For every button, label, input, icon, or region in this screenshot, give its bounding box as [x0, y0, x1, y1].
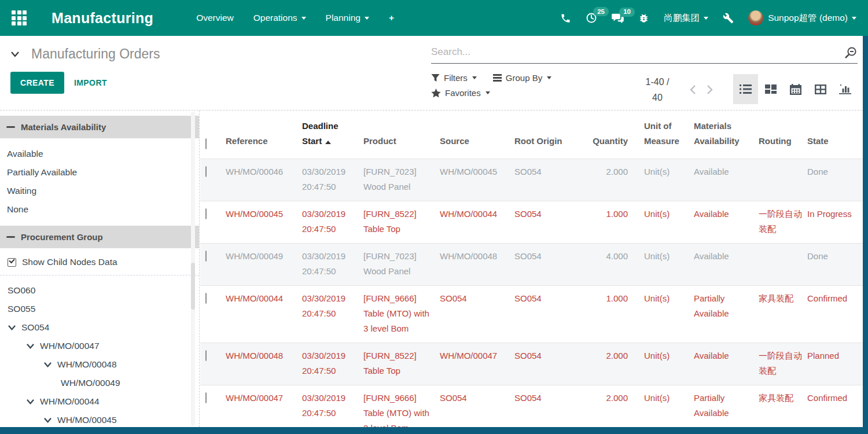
tree-item-wh-mo-00044[interactable]: WH/MO/00044: [0, 392, 199, 411]
group-by-menu[interactable]: Group By: [493, 73, 551, 83]
graph-view-icon: [839, 84, 851, 94]
column-header-deadline-start[interactable]: Deadline Start: [302, 119, 363, 149]
pager-previous-button[interactable]: [685, 82, 701, 99]
import-button[interactable]: IMPORT: [74, 78, 107, 87]
table-row[interactable]: WH/MO/00044 03/30/201920:47:50 [FURN_966…: [200, 285, 863, 343]
menu-planning[interactable]: Planning: [326, 13, 369, 23]
view-kanban-button[interactable]: [758, 74, 783, 104]
window-scrollbar-bottom[interactable]: [0, 427, 868, 434]
cell-root-origin: SO054: [514, 291, 586, 336]
menu-operations[interactable]: Operations: [253, 13, 306, 23]
sidebar-scrollbar[interactable]: [191, 112, 195, 426]
dash-icon: [6, 236, 15, 238]
tree-item-so055[interactable]: SO055: [0, 300, 199, 318]
row-checkbox[interactable]: [205, 251, 207, 262]
cell-reference: WH/MO/00049: [226, 249, 302, 279]
quick-create-button[interactable]: +: [389, 13, 394, 23]
view-calendar-button[interactable]: [783, 74, 808, 104]
chevron-right-icon: [707, 84, 713, 95]
tree-item-so060[interactable]: SO060: [0, 281, 199, 300]
user-menu[interactable]: Sunpop超管 (demo): [748, 10, 856, 25]
row-checkbox[interactable]: [205, 350, 207, 361]
filter-available[interactable]: Available: [0, 145, 199, 163]
row-checkbox[interactable]: [205, 166, 207, 177]
search-input[interactable]: [431, 43, 858, 64]
view-pivot-button[interactable]: [808, 74, 833, 104]
search-icon[interactable]: [844, 46, 858, 62]
cell-availability: Partially Available: [694, 291, 759, 336]
cell-routing: 一阶段自动装配: [759, 348, 807, 378]
cell-uom: Unit(s): [636, 348, 694, 378]
column-header-reference[interactable]: Reference: [226, 134, 302, 149]
column-header-uom[interactable]: Unit ofMeasure: [636, 119, 694, 149]
chevron-down-icon: [8, 324, 16, 331]
activities-button[interactable]: 25: [586, 12, 597, 24]
tree-item-so054[interactable]: SO054: [0, 318, 199, 337]
apps-grid-icon[interactable]: [12, 10, 27, 25]
cell-state: Done: [807, 164, 862, 194]
cell-deadline: 03/30/201920:47:50: [302, 249, 363, 279]
cell-deadline: 03/30/201920:47:50: [302, 348, 363, 378]
messages-button[interactable]: 10: [612, 13, 624, 24]
menu-overview[interactable]: Overview: [196, 13, 234, 23]
table-row[interactable]: WH/MO/00048 03/30/201920:47:50 [FURN_852…: [200, 343, 863, 385]
column-header-product[interactable]: Product: [363, 134, 440, 149]
column-header-materials-availability[interactable]: MaterialsAvailability: [694, 119, 759, 149]
cell-state: Planned: [807, 348, 862, 378]
tree-item-wh-mo-00045[interactable]: WH/MO/00045: [0, 411, 199, 427]
filter-waiting[interactable]: Waiting: [0, 182, 199, 200]
tree-item-wh-mo-00049[interactable]: WH/MO/00049: [0, 374, 199, 392]
phone-icon: [560, 13, 571, 24]
scrollbar-thumb[interactable]: [191, 263, 195, 310]
table-row[interactable]: WH/MO/00049 03/30/201920:47:50 [FURN_702…: [200, 243, 863, 285]
bug-icon: [638, 13, 649, 24]
cell-availability: Available: [694, 164, 759, 194]
chevron-left-icon: [690, 84, 696, 95]
breadcrumb[interactable]: Manufacturing Orders: [10, 46, 160, 62]
row-checkbox[interactable]: [205, 208, 207, 219]
section-materials-availability: Materials Availability: [0, 116, 199, 138]
row-checkbox[interactable]: [205, 293, 207, 304]
tools-button[interactable]: [723, 13, 734, 24]
tree-item-wh-mo-00048[interactable]: WH/MO/00048: [0, 355, 199, 374]
table-row[interactable]: WH/MO/00045 03/30/201920:47:50 [FURN_852…: [200, 201, 863, 243]
chevron-down-icon: [547, 76, 551, 79]
divider: [0, 275, 199, 275]
cell-root-origin: SO054: [514, 207, 586, 237]
sort-asc-icon: [325, 141, 331, 144]
column-header-source[interactable]: Source: [440, 134, 514, 149]
chevron-down-icon: [43, 417, 52, 424]
favorites-menu[interactable]: Favorites: [431, 88, 490, 98]
cell-product: [FURN_8522] Table Top: [363, 207, 440, 237]
column-header-quantity[interactable]: Quantity: [586, 134, 636, 149]
cell-product: [FURN_7023] Wood Panel: [363, 164, 440, 194]
show-child-nodes-checkbox[interactable]: Show Child Nodes Data: [8, 257, 199, 267]
search-facets: Filters Group By Favorites 1-40 / 40: [431, 73, 858, 108]
filter-none[interactable]: None: [0, 200, 199, 219]
cell-state: Confirmed: [807, 291, 862, 336]
table-row[interactable]: WH/MO/00046 03/30/201920:47:50 [FURN_702…: [200, 159, 863, 201]
section-procurement-group: Procurement Group: [0, 226, 199, 248]
chevron-down-icon: [43, 361, 52, 368]
column-header-state[interactable]: State: [807, 134, 862, 149]
view-list-button[interactable]: [733, 74, 758, 104]
voip-phone-button[interactable]: [560, 13, 571, 24]
tree-item-wh-mo-00047[interactable]: WH/MO/00047: [0, 337, 199, 355]
dash-icon: [6, 126, 15, 128]
column-header-root-origin[interactable]: Root Origin: [514, 134, 586, 149]
cell-uom: Unit(s): [636, 291, 694, 336]
pivot-view-icon: [815, 84, 826, 94]
filter-partially-available[interactable]: Partially Available: [0, 163, 199, 182]
pager-next-button[interactable]: [701, 82, 718, 99]
create-button[interactable]: CREATE: [10, 72, 64, 94]
view-graph-button[interactable]: [833, 74, 858, 104]
debug-button[interactable]: [638, 13, 649, 24]
filter-icon: [431, 73, 440, 82]
cell-availability: Available: [694, 207, 759, 237]
filters-menu[interactable]: Filters: [431, 73, 477, 83]
column-header-routing[interactable]: Routing: [759, 134, 807, 149]
select-all-checkbox[interactable]: [205, 138, 207, 149]
row-checkbox[interactable]: [205, 392, 207, 403]
company-switcher[interactable]: 尚鹏集团: [664, 12, 708, 24]
window-scrollbar-right[interactable]: [863, 36, 868, 434]
